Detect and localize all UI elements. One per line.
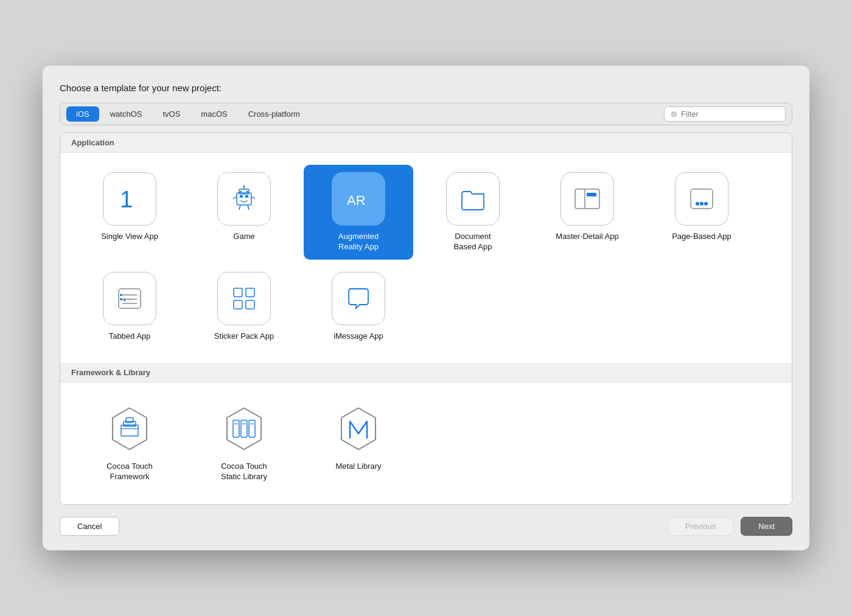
svg-point-4 xyxy=(246,190,248,192)
dialog-title: Choose a template for your new project: xyxy=(60,83,792,93)
tab-ios[interactable]: iOS xyxy=(66,106,99,122)
imessage-app-label: iMessage App xyxy=(333,331,383,342)
tab-tvos[interactable]: tvOS xyxy=(153,106,190,122)
svg-text:★ ···: ★ ··· xyxy=(122,297,132,303)
svg-point-25 xyxy=(120,294,122,296)
tab-macos[interactable]: macOS xyxy=(191,106,237,122)
template-cocoa-touch-static-library[interactable]: Cocoa TouchStatic Library xyxy=(189,395,299,490)
svg-text:1: 1 xyxy=(120,187,133,212)
template-game[interactable]: Game xyxy=(189,165,299,260)
tabbed-app-icon: ★ ··· xyxy=(103,272,156,325)
cocoa-touch-framework-icon xyxy=(103,402,156,455)
svg-rect-12 xyxy=(245,195,248,198)
section-header-framework: Framework & Library xyxy=(60,363,792,382)
section-header-application: Application xyxy=(60,133,792,153)
new-project-dialog: Choose a template for your new project: … xyxy=(43,66,809,550)
svg-point-18 xyxy=(696,202,699,206)
svg-point-6 xyxy=(243,185,245,187)
template-master-detail-app[interactable]: Master-Detail App xyxy=(532,165,642,260)
page-based-app-icon xyxy=(675,172,728,226)
svg-line-8 xyxy=(248,205,249,210)
imessage-app-icon xyxy=(332,272,385,325)
application-section-content: 1 Single View App xyxy=(60,153,792,364)
tabbed-app-label: Tabbed App xyxy=(109,331,151,342)
cocoa-touch-framework-label: Cocoa TouchFramework xyxy=(106,462,153,482)
document-based-app-label: DocumentBased App xyxy=(454,232,492,252)
svg-rect-1 xyxy=(237,193,251,205)
svg-rect-29 xyxy=(246,288,254,297)
svg-rect-34 xyxy=(126,418,133,423)
document-based-app-icon xyxy=(446,172,500,226)
game-icon xyxy=(217,172,271,226)
single-view-app-label: Single View App xyxy=(101,232,158,242)
btn-right-group: Previous Next xyxy=(668,517,792,536)
svg-rect-11 xyxy=(240,195,243,198)
svg-line-10 xyxy=(251,196,255,199)
tab-bar-row: iOS watchOS tvOS macOS Cross-platform ⊜ xyxy=(60,103,792,125)
content-area: Application 1 Single View App xyxy=(60,133,792,505)
template-page-based-app[interactable]: Page-Based App xyxy=(647,165,756,260)
template-document-based-app[interactable]: DocumentBased App xyxy=(418,165,528,260)
template-metal-library[interactable]: Metal Library xyxy=(304,395,413,490)
svg-rect-30 xyxy=(234,300,242,309)
sticker-pack-app-label: Sticker Pack App xyxy=(214,331,274,342)
previous-button[interactable]: Previous xyxy=(668,517,734,536)
bottom-bar: Cancel Previous Next xyxy=(60,517,792,536)
tab-bar: iOS watchOS tvOS macOS Cross-platform xyxy=(66,106,664,122)
template-augmented-reality-app[interactable]: AR AugmentedReality App xyxy=(304,165,413,260)
sticker-pack-app-icon xyxy=(217,272,271,325)
filter-icon: ⊜ xyxy=(671,109,677,119)
template-cocoa-touch-framework[interactable]: Cocoa TouchFramework xyxy=(75,395,184,490)
svg-line-9 xyxy=(233,196,237,199)
svg-rect-38 xyxy=(241,420,247,437)
svg-point-3 xyxy=(240,190,242,192)
master-detail-app-label: Master-Detail App xyxy=(556,232,618,242)
filter-box[interactable]: ⊜ xyxy=(664,106,786,122)
metal-library-label: Metal Library xyxy=(335,462,381,472)
cocoa-touch-static-library-label: Cocoa TouchStatic Library xyxy=(221,462,267,482)
ar-icon: AR xyxy=(332,172,385,226)
ar-label: AugmentedReality App xyxy=(338,232,379,252)
tab-watchos[interactable]: watchOS xyxy=(100,106,152,122)
template-single-view-app[interactable]: 1 Single View App xyxy=(75,165,184,260)
tab-cross-platform[interactable]: Cross-platform xyxy=(239,106,310,122)
template-imessage-app[interactable]: iMessage App xyxy=(304,265,413,349)
next-button[interactable]: Next xyxy=(741,517,792,536)
svg-point-20 xyxy=(704,202,708,206)
svg-rect-37 xyxy=(233,420,239,437)
cocoa-touch-static-library-icon xyxy=(217,402,271,455)
game-label: Game xyxy=(233,232,254,242)
metal-library-icon xyxy=(332,402,385,455)
template-tabbed-app[interactable]: ★ ··· Tabbed App xyxy=(75,265,184,349)
svg-rect-14 xyxy=(575,189,599,209)
single-view-app-icon: 1 xyxy=(103,172,156,226)
svg-rect-39 xyxy=(249,420,255,437)
svg-rect-28 xyxy=(234,288,242,297)
template-sticker-pack-app[interactable]: Sticker Pack App xyxy=(189,265,299,349)
svg-point-19 xyxy=(700,202,704,206)
svg-rect-31 xyxy=(246,300,254,309)
svg-text:AR: AR xyxy=(347,193,366,208)
master-detail-app-icon xyxy=(560,172,614,226)
filter-input[interactable] xyxy=(681,109,778,119)
svg-line-7 xyxy=(239,205,240,210)
page-based-app-label: Page-Based App xyxy=(672,232,732,242)
svg-rect-17 xyxy=(691,189,713,209)
svg-rect-16 xyxy=(587,193,596,196)
cancel-button[interactable]: Cancel xyxy=(60,517,119,536)
svg-rect-33 xyxy=(124,421,136,426)
framework-section-content: Cocoa TouchFramework Cocoa xyxy=(60,382,792,504)
